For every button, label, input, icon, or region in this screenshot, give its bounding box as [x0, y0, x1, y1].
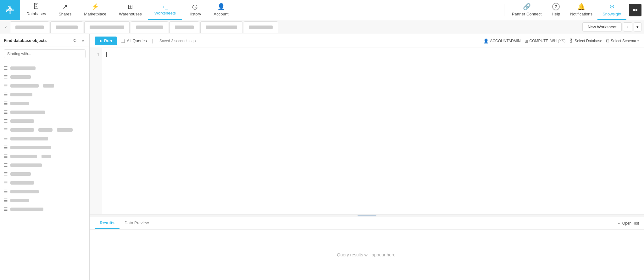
nav-item-help[interactable]: ? Help: [547, 0, 565, 20]
run-icon: ▶: [100, 39, 102, 43]
db-icon: ☰: [4, 127, 8, 132]
list-item[interactable]: ☰: [0, 90, 89, 99]
db-icon: ☰: [4, 189, 8, 194]
list-item[interactable]: ☰: [0, 187, 89, 196]
warehouse-label: COMPUTE_WH: [530, 39, 557, 43]
list-item[interactable]: ☰: [0, 205, 89, 214]
sidebar-search-input[interactable]: [4, 49, 86, 58]
user-avatar[interactable]: ■■: [629, 4, 641, 16]
nav-item-warehouses[interactable]: ⊞ Warehouses: [113, 0, 148, 20]
list-item[interactable]: ☰: [0, 125, 89, 134]
open-history-button[interactable]: ← Open Hist: [617, 221, 639, 226]
list-item[interactable]: ☰: [0, 143, 89, 152]
db-icon: ☰: [4, 101, 8, 106]
list-item[interactable]: ☰: [0, 134, 89, 143]
list-item[interactable]: ☰: [0, 152, 89, 161]
select-database-label: Select Database: [575, 39, 602, 43]
all-queries-checkbox-label[interactable]: All Queries: [121, 38, 147, 43]
tab-label-7: [249, 26, 273, 29]
sidebar-collapse-button[interactable]: «: [80, 37, 86, 43]
select-database-button[interactable]: 🗄 Select Database: [569, 38, 602, 43]
db-label-3: [57, 128, 73, 132]
new-worksheet-button[interactable]: New Worksheet: [582, 22, 622, 31]
results-tab-results[interactable]: Results: [95, 217, 119, 229]
nav-item-notifications[interactable]: 🔔 Notifications: [565, 0, 597, 20]
nav-item-databases[interactable]: 🗄 Databases: [20, 0, 52, 20]
nav-right: 🔗 Partner Connect ? Help 🔔 Notifications…: [507, 0, 644, 20]
db-label: [10, 163, 42, 167]
nav-label-databases: Databases: [26, 11, 46, 16]
warehouse-icon: ⊞: [525, 38, 528, 43]
shares-icon: ↗: [62, 3, 68, 10]
db-label: [10, 208, 43, 211]
caret-icon: ▾: [636, 25, 639, 29]
text-cursor: [106, 52, 107, 57]
results-tab-results-label: Results: [100, 220, 114, 225]
db-label: [10, 190, 39, 193]
worksheet-tab-5[interactable]: [169, 21, 199, 33]
worksheet-tab-1[interactable]: [10, 21, 49, 33]
toolbar-divider: |: [152, 38, 153, 44]
add-worksheet-button[interactable]: +: [623, 22, 632, 31]
tab-back-button[interactable]: ‹: [3, 22, 9, 31]
code-input-area[interactable]: [102, 48, 644, 214]
worksheet-tab-4[interactable]: [131, 21, 168, 33]
line-number-1: 1: [90, 52, 102, 58]
worksheet-tab-7[interactable]: [244, 21, 278, 33]
select-schema-label: Select Schema: [611, 39, 636, 43]
db-label: [10, 146, 51, 149]
db-label: [10, 102, 29, 105]
code-editor: 1: [90, 48, 644, 214]
db-icon: ☰: [4, 110, 8, 115]
all-queries-checkbox[interactable]: [121, 39, 125, 43]
results-tab-data-preview[interactable]: Data Preview: [119, 217, 154, 229]
list-item[interactable]: ☰: [0, 99, 89, 108]
line-numbers: 1: [90, 48, 102, 214]
sidebar-refresh-button[interactable]: ↻: [72, 37, 78, 43]
tab-label-1: [15, 26, 44, 29]
run-button[interactable]: ▶ Run: [95, 37, 117, 45]
worksheet-caret-button[interactable]: ▾: [634, 22, 641, 31]
list-item[interactable]: ☰: [0, 196, 89, 205]
db-label: [10, 93, 32, 96]
panel-resizer[interactable]: [90, 214, 644, 217]
worksheet-tab-3[interactable]: [84, 21, 130, 33]
list-item[interactable]: ☰: [0, 64, 89, 72]
db-icon: ☰: [4, 154, 8, 159]
nav-item-snowsight[interactable]: ❄ Snowsight: [597, 0, 626, 20]
select-schema-button[interactable]: ⊡ Select Schema ▾: [606, 38, 639, 43]
list-item[interactable]: ☰: [0, 178, 89, 187]
list-item[interactable]: ☰: [0, 72, 89, 81]
results-panel: Results Data Preview ← Open Hist Query r…: [90, 217, 644, 280]
db-label: [10, 66, 36, 70]
nav-item-worksheets[interactable]: ›_ Worksheets: [148, 0, 182, 20]
nav-item-history[interactable]: ◷ History: [182, 0, 207, 20]
nav-item-partner-connect[interactable]: 🔗 Partner Connect: [507, 0, 547, 20]
results-body: Query results will appear here.: [90, 230, 644, 280]
user-icon: 👤: [483, 38, 489, 43]
list-item[interactable]: ☰: [0, 117, 89, 125]
list-item[interactable]: ☰: [0, 161, 89, 169]
worksheet-tab-6[interactable]: [200, 21, 242, 33]
logo[interactable]: [0, 0, 20, 20]
db-icon: ☰: [4, 171, 8, 176]
nav-label-warehouses: Warehouses: [119, 12, 142, 16]
nav-label-history: History: [188, 12, 201, 16]
list-item[interactable]: ☰: [0, 81, 89, 90]
db-icon: ☰: [4, 180, 8, 185]
list-item[interactable]: ☰: [0, 108, 89, 117]
nav-item-marketplace[interactable]: ⚡ Marketplace: [78, 0, 113, 20]
db-label-2: [38, 128, 53, 132]
list-item[interactable]: ☰: [0, 169, 89, 178]
role-badge: 👤 ACCOUNTADMIN: [483, 38, 520, 43]
nav-item-shares[interactable]: ↗ Shares: [52, 0, 78, 20]
tab-label-2: [56, 26, 78, 29]
db-label: [10, 111, 45, 114]
nav-item-account[interactable]: 👤 Account: [208, 0, 235, 20]
db-label-2: [43, 84, 54, 88]
db-icon: ☰: [4, 83, 8, 88]
worksheet-tab-2[interactable]: [50, 21, 83, 33]
db-label: [10, 119, 34, 123]
nav-label-account: Account: [214, 12, 229, 16]
sidebar-actions: ↻ «: [72, 37, 86, 43]
